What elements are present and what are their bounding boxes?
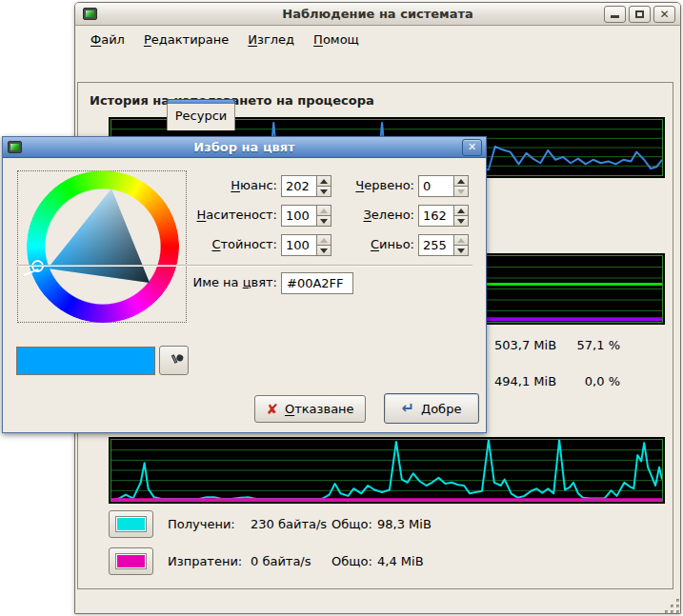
memory-used-percent: 57,1 % (563, 338, 620, 352)
hue-label: Нюанс: (163, 178, 277, 192)
color-name-label: Име на цвят: (163, 275, 277, 289)
received-rate: 230 байта/s (251, 510, 327, 538)
sent-color-button[interactable] (109, 547, 153, 575)
received-label: Получени: (168, 510, 235, 538)
color-name-input[interactable] (281, 272, 353, 294)
menu-edit[interactable]: Редактиране (136, 30, 236, 50)
menu-help[interactable]: Помощ (306, 30, 367, 50)
dialog-title: Избор на цвят (3, 140, 486, 154)
ok-button[interactable]: ↵ Добре (384, 393, 479, 424)
eyedropper-icon (166, 351, 186, 371)
menu-file[interactable]: Файл (83, 30, 132, 50)
red-spin-up[interactable] (453, 175, 469, 187)
blue-label: Синьо: (300, 237, 414, 251)
green-input[interactable] (418, 205, 453, 227)
red-spin-down[interactable] (453, 187, 469, 197)
active-tab-indicator (167, 99, 235, 104)
swap-used-value: 494,1 MiB (494, 374, 556, 388)
blue-spinbutton (418, 234, 469, 256)
green-spin-down[interactable] (453, 216, 469, 227)
red-label: Червено: (300, 178, 414, 192)
blue-spin-up[interactable] (453, 234, 469, 246)
green-spin-up[interactable] (453, 205, 469, 216)
maximize-button[interactable] (629, 6, 651, 23)
menubar: Файл Редактиране Изглед Помощ (77, 27, 678, 51)
color-preview-swatch (16, 347, 155, 375)
green-spinbutton (418, 205, 469, 227)
sent-total-label: Общо: (331, 547, 372, 575)
ok-enter-icon: ↵ (402, 403, 414, 414)
blue-spin-down[interactable] (453, 246, 469, 256)
cancel-x-icon: ✘ (266, 401, 278, 418)
color-picker-dialog: Избор на цвят ✕ Нюанс: Червено: Наситено… (2, 136, 487, 433)
sent-color-swatch (115, 553, 147, 569)
tabbar: Процеси Ресурси Устройства (75, 50, 680, 83)
sent-label: Изпратени: (168, 547, 242, 575)
received-color-button[interactable] (109, 510, 153, 538)
maximize-icon (635, 10, 644, 18)
minimize-icon (611, 15, 619, 18)
resize-grip[interactable] (665, 599, 679, 613)
red-spinbutton (418, 175, 469, 197)
sent-total: 4,4 MiB (377, 547, 424, 575)
swap-used-percent: 0,0 % (563, 374, 620, 388)
minimize-button[interactable] (604, 6, 626, 23)
network-history-chart (109, 437, 665, 504)
red-input[interactable] (418, 175, 453, 197)
close-button[interactable]: ✕ (653, 6, 675, 23)
menu-view[interactable]: Изглед (240, 30, 302, 50)
saturation-label: Наситеност: (163, 208, 277, 222)
value-label: Стойност: (163, 237, 277, 251)
window-titlebar[interactable]: Наблюдение на системата ✕ (75, 3, 680, 26)
green-label: Зелено: (300, 208, 414, 222)
dialog-titlebar[interactable]: Избор на цвят ✕ (3, 137, 486, 158)
received-color-swatch (115, 516, 147, 532)
received-total: 98,3 MiB (377, 510, 432, 538)
blue-input[interactable] (418, 234, 453, 256)
separator (16, 265, 472, 267)
tab-resources[interactable]: Ресурси (167, 99, 235, 130)
cancel-button[interactable]: ✘ Отказване (254, 395, 366, 423)
received-total-label: Общо: (331, 510, 372, 538)
memory-used-value: 503,7 MiB (494, 338, 556, 352)
window-title: Наблюдение на системата (75, 7, 680, 21)
sent-rate: 0 байта/s (251, 547, 311, 575)
close-icon: ✕ (654, 8, 674, 21)
dialog-close-button[interactable]: ✕ (462, 139, 482, 156)
eyedropper-button[interactable] (159, 346, 189, 375)
